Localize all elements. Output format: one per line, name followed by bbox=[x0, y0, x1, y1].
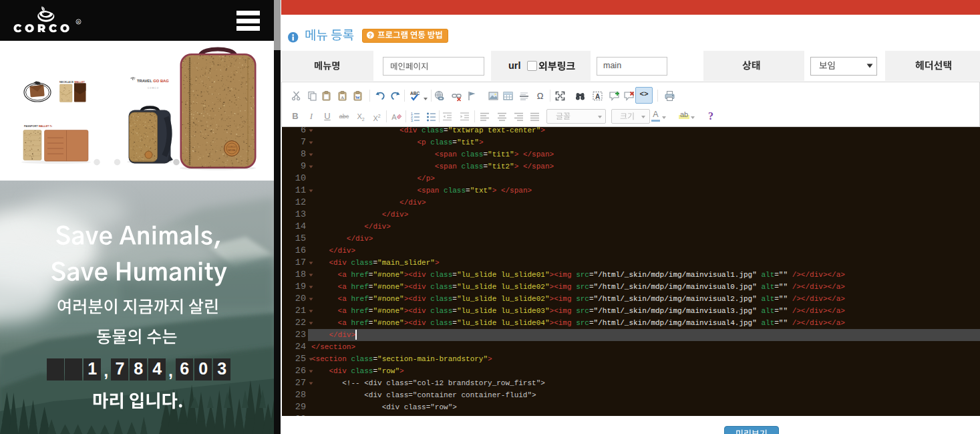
svg-text:NECKLACE WALLET: NECKLACE WALLET bbox=[59, 81, 85, 84]
svg-text:TRAVEL GO BAG: TRAVEL GO BAG bbox=[137, 79, 169, 83]
svg-text:NATURAL: NATURAL bbox=[228, 149, 236, 152]
svg-text:W: W bbox=[355, 94, 360, 100]
svg-text:A: A bbox=[595, 92, 600, 100]
svg-text:?: ? bbox=[369, 32, 372, 39]
svg-text:R: R bbox=[77, 20, 80, 24]
svg-text:ABC: ABC bbox=[410, 91, 420, 96]
svg-text:PASSPORT WALLET 7t: PASSPORT WALLET 7t bbox=[24, 125, 52, 128]
svg-text:CORCO: CORCO bbox=[228, 146, 236, 148]
svg-text:Ω: Ω bbox=[537, 91, 544, 101]
svg-text:3.: 3. bbox=[411, 118, 414, 122]
svg-text:A: A bbox=[341, 94, 344, 100]
svg-text:A: A bbox=[391, 113, 397, 121]
svg-text:CORCO: CORCO bbox=[148, 87, 159, 90]
